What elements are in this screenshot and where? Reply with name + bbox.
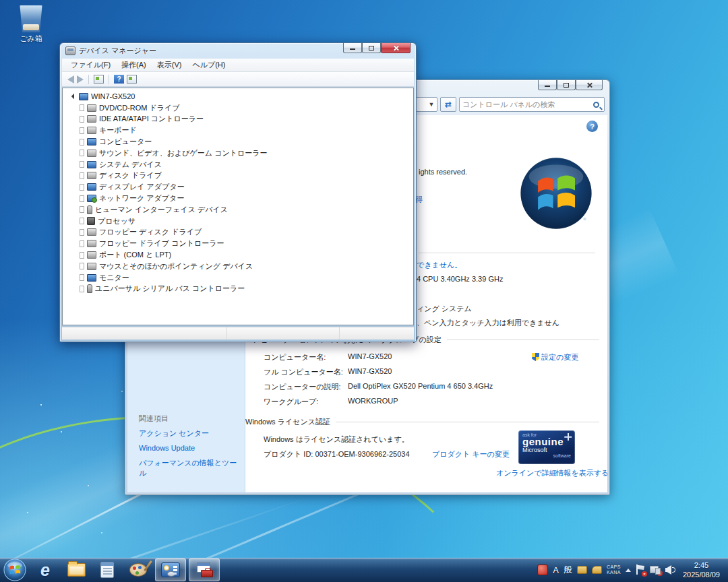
help-icon[interactable]: ? — [114, 75, 124, 84]
maximize-button[interactable] — [557, 80, 576, 90]
properties-icon[interactable] — [127, 75, 137, 84]
pen-touch-fragment: 、ペン入力とタッチ入力は利用できません — [417, 318, 559, 328]
taskbar-item-paint[interactable] — [123, 558, 154, 581]
tree-item[interactable]: ユニバーサル シリアル バス コントローラー — [67, 284, 413, 295]
ime-conversion-mode[interactable]: 般 — [564, 564, 572, 576]
expand-arrow-icon[interactable] — [80, 263, 84, 269]
ime-input-mode[interactable]: A — [553, 565, 559, 575]
expand-arrow-icon[interactable] — [80, 117, 84, 122]
tree-item[interactable]: DVD/CD-ROM ドライブ — [67, 102, 413, 114]
window-title: デバイス マネージャー — [79, 46, 156, 56]
paint-icon — [129, 563, 147, 577]
tree-item[interactable]: キーボード — [67, 125, 413, 136]
mouse-icon — [167, 571, 175, 577]
taskbar-clock[interactable]: 2:45 2025/08/09 — [680, 560, 723, 579]
tree-item[interactable]: IDE ATA/ATAPI コントローラー — [67, 114, 413, 125]
expand-arrow-icon[interactable] — [80, 253, 84, 258]
forward-icon[interactable] — [77, 75, 84, 84]
expand-arrow-icon[interactable] — [80, 105, 84, 110]
expand-arrow-icon[interactable] — [80, 139, 84, 145]
computer-name-label: コンピューター名: — [264, 352, 326, 362]
taskbar-item-internet-explorer[interactable]: e — [30, 558, 61, 581]
collapse-arrow-icon[interactable] — [71, 94, 77, 99]
expand-arrow-icon[interactable] — [80, 150, 84, 156]
full-computer-name-label: フル コンピューター名: — [264, 367, 343, 377]
dvd-drive-icon — [87, 104, 96, 112]
sidebar-item-windows-update[interactable]: Windows Update — [139, 443, 240, 453]
more-info-online-link[interactable]: オンラインで詳細情報を表示する... — [496, 468, 607, 478]
ime-pad-icon[interactable] — [592, 566, 602, 574]
expand-arrow-icon[interactable] — [80, 286, 84, 292]
minimize-button[interactable] — [343, 43, 362, 53]
tree-item[interactable]: ヒューマン インターフェイス デバイス — [67, 204, 413, 216]
search-input[interactable]: コントロール パネルの検索 — [459, 97, 605, 112]
expand-arrow-icon[interactable] — [80, 275, 84, 280]
expand-arrow-icon[interactable] — [80, 173, 84, 179]
device-manager-window: デバイス マネージャー ファイル(F) 操作(A) 表示(V) ヘルプ(H) ? — [59, 42, 417, 342]
sidebar-item-performance-tools[interactable]: パフォーマンスの情報とツール — [139, 458, 240, 478]
taskbar-item-notepad[interactable] — [92, 558, 123, 581]
expand-arrow-icon[interactable] — [80, 162, 84, 167]
minimize-button[interactable] — [538, 80, 557, 90]
taskbar-item-explorer[interactable] — [61, 558, 92, 581]
taskbar-item-device-manager[interactable] — [189, 558, 220, 581]
recycle-bin-icon[interactable]: ごみ箱 — [12, 5, 50, 44]
monitor-icon — [87, 274, 96, 282]
toolbar-separator — [109, 75, 109, 84]
chevron-down-icon[interactable]: ▼ — [426, 101, 437, 108]
volume-icon[interactable] — [665, 565, 675, 575]
change-settings-link[interactable]: 設定の変更 — [532, 352, 578, 362]
expand-arrow-icon[interactable] — [80, 196, 84, 201]
notification-app-icon[interactable] — [537, 564, 548, 575]
tree-item[interactable]: WIN7-GX520 — [67, 91, 413, 102]
network-status-icon[interactable]: × — [650, 565, 661, 575]
menu-action[interactable]: 操作(A) — [117, 59, 151, 71]
tree-item[interactable]: プロセッサ — [67, 216, 413, 227]
expand-arrow-icon[interactable] — [80, 207, 84, 212]
ime-toolbox-icon[interactable] — [577, 566, 587, 574]
close-button[interactable] — [381, 43, 411, 53]
back-icon[interactable] — [67, 75, 74, 84]
tree-item[interactable]: フロッピー ドライブ コントローラー — [67, 238, 413, 249]
menu-help[interactable]: ヘルプ(H) — [187, 59, 230, 71]
expand-arrow-icon[interactable] — [80, 218, 84, 224]
usb-controller-icon — [87, 284, 92, 293]
expand-arrow-icon[interactable] — [80, 185, 84, 190]
sidebar-item-action-center[interactable]: アクション センター — [139, 428, 240, 439]
start-button[interactable] — [0, 558, 30, 582]
tree-item[interactable]: フロッピー ディスク ドライブ — [67, 227, 413, 238]
menu-file[interactable]: ファイル(F) — [66, 59, 115, 71]
rating-unavailable-link-fragment[interactable]: できません。 — [417, 260, 462, 270]
section-divider — [419, 253, 595, 253]
action-center-flag-icon[interactable]: × — [636, 564, 645, 575]
tree-item[interactable]: ディスプレイ アダプター — [67, 181, 413, 193]
expand-arrow-icon[interactable] — [80, 241, 84, 247]
computer-description-label: コンピューターの説明: — [264, 382, 341, 392]
tree-item[interactable]: コンピューター — [67, 136, 413, 148]
notification-area: A 般 CAPSKANA × × 2:45 2025/08/09 — [537, 558, 728, 582]
expand-arrow-icon[interactable] — [80, 128, 84, 133]
change-product-key-link[interactable]: プロダクト キーの変更 — [432, 449, 510, 459]
workgroup-label: ワークグループ: — [264, 397, 318, 407]
tree-item[interactable]: マウスとそのほかのポインティング デバイス — [67, 261, 413, 272]
close-button[interactable] — [576, 80, 603, 90]
show-console-tree-icon[interactable] — [94, 75, 104, 84]
refresh-button[interactable]: ⇄ — [440, 97, 456, 112]
tree-item[interactable]: ネットワーク アダプター — [67, 193, 413, 204]
computer-description-value: Dell OptiPlex GX520 Pentium 4 650 3.4GHz — [348, 382, 493, 390]
tree-item[interactable]: システム デバイス — [67, 159, 413, 170]
ide-controller-icon — [87, 115, 96, 123]
help-icon[interactable]: ? — [586, 121, 598, 132]
computer-name-value: WIN7-GX520 — [348, 352, 392, 360]
ime-caps-kana-indicator[interactable]: CAPSKANA — [607, 564, 621, 575]
show-hidden-icons-button[interactable] — [626, 569, 631, 572]
system-devices-icon — [87, 161, 96, 168]
menu-view[interactable]: 表示(V) — [152, 59, 187, 71]
maximize-button[interactable] — [362, 43, 381, 53]
taskbar-item-control-panel[interactable] — [155, 558, 186, 581]
tree-item[interactable]: モニター — [67, 272, 413, 284]
tree-item[interactable]: ポート (COM と LPT) — [67, 249, 413, 261]
tree-item[interactable]: サウンド、ビデオ、およびゲーム コントローラー — [67, 148, 413, 159]
tree-item[interactable]: ディスク ドライブ — [67, 170, 413, 182]
expand-arrow-icon[interactable] — [80, 230, 84, 235]
